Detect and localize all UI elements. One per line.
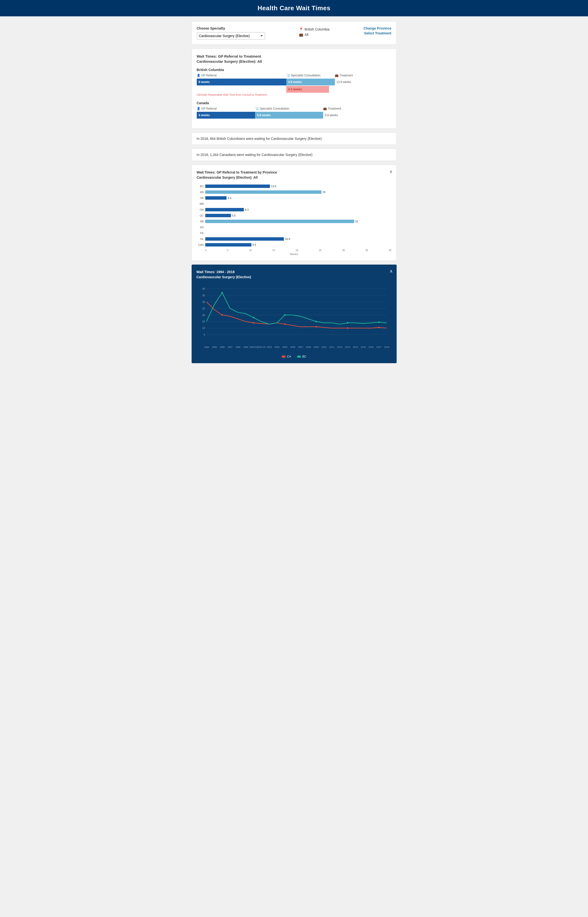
canada-gp-icon: 👤: [197, 107, 200, 110]
x-axis-labels: 0510152025303540: [205, 249, 391, 252]
x-axis-title: Weeks: [197, 253, 391, 255]
legend-bc: BC: [297, 355, 307, 358]
province-bar-area: [205, 231, 391, 235]
province-bar-value: 8.3: [245, 208, 249, 211]
stethoscope-icon: 🩺: [286, 74, 290, 77]
province-bar-row: NL16.9: [197, 237, 391, 241]
info-canada-text: In 2018, 1,344 Canadians were waiting fo…: [197, 153, 313, 157]
svg-point-47: [253, 317, 254, 318]
svg-text:15: 15: [202, 320, 205, 323]
svg-text:2016: 2016: [368, 346, 374, 348]
svg-point-49: [315, 321, 317, 322]
svg-text:5: 5: [204, 333, 205, 336]
info-canada-card: In 2018, 1,344 Canadians were waiting fo…: [192, 149, 397, 161]
province-bar-area: 5.5: [205, 213, 391, 218]
legend-bc-label: BC: [302, 355, 307, 358]
specialty-card: Choose Specialty Cardiovascular Surgery …: [192, 21, 397, 45]
svg-text:2005: 2005: [282, 346, 287, 348]
briefcase-icon: 💼: [299, 33, 303, 37]
bc-gp-label: GP Referral: [201, 74, 217, 77]
svg-text:2015: 2015: [360, 346, 366, 348]
province-item: 📍 British Columbia: [299, 27, 330, 31]
svg-text:1994: 1994: [204, 346, 209, 348]
specialty-dropdown[interactable]: Cardiovascular Surgery (Elective): [197, 32, 265, 40]
svg-text:2004: 2004: [275, 346, 279, 348]
timeseries-card: ∧ Wait Times: 1994 - 2018 Cardiovascular…: [192, 265, 397, 363]
province-bar-dark: [205, 196, 227, 200]
canada-gp-label: GP Referral: [201, 107, 217, 110]
select-treatment-link[interactable]: Select Treatment: [363, 31, 391, 35]
location-info: 📍 British Columbia 💼 All: [299, 26, 330, 37]
specialty-selector: Choose Specialty Cardiovascular Surgery …: [197, 26, 265, 40]
change-province-link[interactable]: Change Province: [363, 26, 391, 30]
treatment-value: All: [305, 33, 309, 37]
legend-ca: CA: [282, 355, 291, 358]
province-chart-title: Wait Times: GP Referral to Treatment by …: [197, 170, 391, 180]
timeseries-collapse-btn[interactable]: ∧: [389, 268, 393, 274]
province-bar-area: 9.9: [205, 243, 391, 247]
specialty-row: Choose Specialty Cardiovascular Surgery …: [197, 26, 391, 40]
svg-point-44: [347, 327, 348, 329]
info-bc-card: In 2018, 664 British Columbians were wai…: [192, 132, 397, 145]
info-bc-text: In 2018, 664 British Columbians were wai…: [197, 137, 322, 140]
svg-text:2008: 2008: [306, 346, 311, 348]
province-label: QC: [197, 214, 205, 217]
canada-specialist-label: Specialist Consultation: [260, 107, 289, 110]
svg-text:1995: 1995: [212, 346, 217, 348]
bc-gp-bar: 9 weeks: [197, 79, 286, 86]
province-bar-row: BC13.9: [197, 184, 391, 189]
bc-pink-bar: 4.3 weeks: [286, 86, 329, 93]
province-label: ON: [197, 208, 205, 211]
x-axis-tick: 35: [365, 249, 368, 252]
svg-text:2001-02: 2001-02: [257, 346, 265, 348]
province-label: CAN: [197, 243, 205, 246]
province-bar-area: 25: [205, 190, 391, 194]
timeseries-title: Wait Times: 1994 - 2018 Cardiovascular S…: [197, 270, 392, 280]
province-bar-row: MB: [197, 202, 391, 206]
x-axis-tick: 0: [205, 249, 207, 252]
main-content: Choose Specialty Cardiovascular Surgery …: [189, 16, 399, 372]
province-bar-row: SK4.6: [197, 196, 391, 200]
svg-text:2006: 2006: [290, 346, 295, 348]
location-pin-icon: 📍: [299, 27, 303, 31]
page-title: Health Care Wait Times: [5, 5, 583, 12]
legend-ca-label: CA: [287, 355, 291, 358]
bc-region-name: British Columbia: [197, 68, 391, 72]
svg-text:2014: 2014: [353, 346, 358, 348]
province-bar-area: 4.6: [205, 196, 391, 200]
svg-text:30: 30: [202, 301, 205, 304]
province-bar-area: 8.3: [205, 207, 391, 212]
x-axis-tick: 25: [319, 249, 321, 252]
specialty-label: Choose Specialty: [197, 26, 265, 30]
bc-spec-bar: 4.9 weeks: [286, 79, 335, 86]
svg-text:2017: 2017: [376, 346, 381, 348]
province-bar-dark: [205, 243, 251, 247]
svg-text:2003: 2003: [267, 346, 272, 348]
province-bar-dark: [205, 184, 270, 188]
svg-text:1999: 1999: [243, 346, 248, 348]
province-chart-collapse-btn[interactable]: ∧: [389, 169, 393, 174]
svg-point-41: [253, 322, 254, 324]
province-bar-area: 32: [205, 219, 391, 224]
legend-bc-color: [297, 356, 301, 358]
province-bar-row: NB32: [197, 219, 391, 224]
province-bar-dark: [205, 237, 284, 241]
svg-text:40: 40: [202, 287, 205, 290]
province-name: British Columbia: [305, 27, 330, 31]
treatment-item: 💼 All: [299, 33, 330, 37]
province-bar-row: AB25: [197, 190, 391, 194]
svg-text:2000-01: 2000-01: [249, 346, 257, 348]
province-label: AB: [197, 191, 205, 194]
action-links: Change Province Select Treatment: [363, 26, 391, 35]
canada-section: Canada 👤 GP Referral 🩺 Specialist Consul…: [197, 101, 391, 119]
province-label: NS: [197, 226, 205, 229]
svg-text:2011: 2011: [329, 346, 334, 348]
province-bar-value: 4.6: [228, 197, 231, 199]
province-chart-card: ∧ Wait Times: GP Referral to Treatment b…: [192, 165, 397, 261]
province-label: BC: [197, 185, 205, 188]
svg-text:2007: 2007: [298, 346, 303, 348]
legend-ca-color: [282, 356, 286, 358]
canada-treatment-label: Treatment: [328, 107, 341, 110]
x-axis-tick: 15: [272, 249, 275, 252]
province-bar-area: [205, 202, 391, 206]
